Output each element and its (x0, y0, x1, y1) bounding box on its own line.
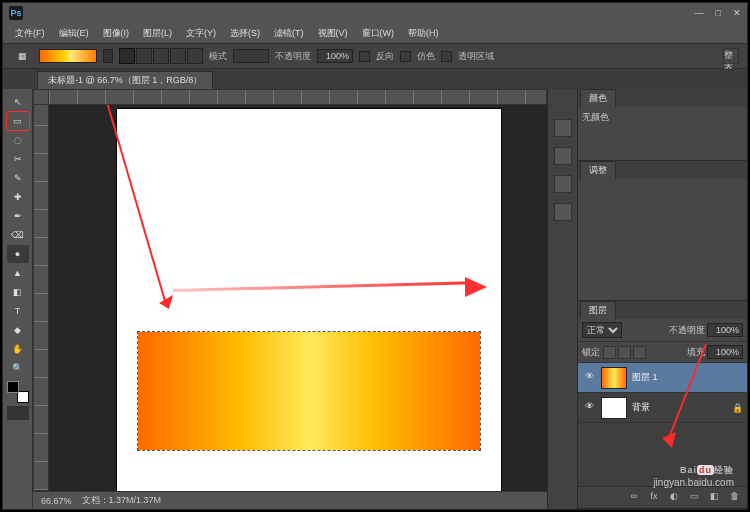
dock-history-icon[interactable] (554, 119, 572, 137)
mode-select[interactable] (233, 49, 269, 63)
quickmask-toggle-icon[interactable] (7, 406, 29, 420)
gradient-tool-icon[interactable]: ● (7, 245, 29, 263)
horizontal-ruler[interactable] (49, 89, 547, 105)
zoom-tool-icon[interactable]: 🔍 (7, 359, 29, 377)
swatches-panel-tab[interactable]: 颜色 (580, 89, 616, 107)
watermark-brand2: du (697, 465, 714, 475)
options-bar: ▦ 模式 不透明度 100% 反向 仿色 透明区域 整齐排列 (3, 43, 747, 69)
mode-label: 模式 (209, 50, 227, 63)
menu-window[interactable]: 窗口(W) (356, 25, 401, 42)
eraser-tool-icon[interactable]: ⌫ (7, 226, 29, 244)
dither-checkbox[interactable] (400, 51, 411, 62)
swatches-panel-body: 无颜色 (578, 107, 747, 160)
move-tool-icon[interactable]: ↖ (7, 93, 29, 111)
reverse-label: 反向 (376, 50, 394, 63)
fg-bg-swatch[interactable] (7, 381, 29, 403)
lock-pixels-icon[interactable] (603, 346, 616, 359)
annotation-drag-arrow-shaft (173, 281, 473, 292)
window-close-icon[interactable]: ✕ (733, 8, 741, 18)
menu-view[interactable]: 视图(V) (312, 25, 354, 42)
menu-file[interactable]: 文件(F) (9, 25, 51, 42)
gradient-radial-icon[interactable] (136, 48, 152, 64)
gradient-fill-region (138, 332, 480, 450)
lock-label: 锁定 (582, 346, 600, 359)
menu-help[interactable]: 帮助(H) (402, 25, 445, 42)
ruler-origin[interactable] (33, 89, 49, 105)
healing-tool-icon[interactable]: ✚ (7, 188, 29, 206)
layer-fx-icon[interactable]: fx (647, 491, 661, 505)
layer-thumbnail[interactable] (601, 367, 627, 389)
swatch-none-label[interactable]: 无颜色 (582, 112, 609, 122)
menu-image[interactable]: 图像(I) (97, 25, 136, 42)
gradient-preset-dropdown-icon[interactable] (103, 49, 113, 63)
type-tool-icon[interactable]: T (7, 302, 29, 320)
gradient-reflected-icon[interactable] (170, 48, 186, 64)
vertical-ruler[interactable] (33, 105, 49, 491)
watermark-brand3: 经验 (714, 465, 734, 475)
layer-opacity-label: 不透明度 (669, 324, 705, 337)
menu-filter[interactable]: 滤镜(T) (268, 25, 310, 42)
new-layer-icon[interactable]: ◧ (707, 491, 721, 505)
gradient-diamond-icon[interactable] (187, 48, 203, 64)
arrange-button[interactable]: 整齐排列 (723, 48, 739, 64)
svg-line-0 (102, 105, 165, 301)
dock-actions-icon[interactable] (554, 147, 572, 165)
lasso-tool-icon[interactable]: ◌ (7, 131, 29, 149)
path-tool-icon[interactable]: ◆ (7, 321, 29, 339)
transparency-checkbox[interactable] (441, 51, 452, 62)
hand-tool-icon[interactable]: ✋ (7, 340, 29, 358)
window-minimize-icon[interactable]: — (695, 8, 704, 18)
layer-thumbnail[interactable] (601, 397, 627, 419)
shape-tool-icon[interactable]: ◧ (7, 283, 29, 301)
zoom-level[interactable]: 66.67% (41, 496, 72, 506)
adjustments-panel-tab[interactable]: 调整 (580, 161, 616, 179)
menu-select[interactable]: 选择(S) (224, 25, 266, 42)
reverse-checkbox[interactable] (359, 51, 370, 62)
new-group-icon[interactable]: ▭ (687, 491, 701, 505)
dock-properties-icon[interactable] (554, 175, 572, 193)
menu-bar: 文件(F) 编辑(E) 图像(I) 图层(L) 文字(Y) 选择(S) 滤镜(T… (3, 23, 747, 43)
visibility-toggle-icon[interactable]: 👁 (582, 371, 596, 385)
document-canvas[interactable] (117, 109, 501, 491)
eyedropper-tool-icon[interactable]: ✎ (7, 169, 29, 187)
marquee-tool-icon[interactable]: ▭ (7, 112, 29, 130)
collapsed-dock (547, 89, 577, 509)
visibility-toggle-icon[interactable]: 👁 (582, 401, 596, 415)
layer-name[interactable]: 图层 1 (632, 371, 658, 384)
layer-name[interactable]: 背景 (632, 401, 650, 414)
gradient-angle-icon[interactable] (153, 48, 169, 64)
watermark-sub: jingyan.baidu.com (653, 477, 734, 488)
delete-layer-icon[interactable]: 🗑 (727, 491, 741, 505)
menu-layer[interactable]: 图层(L) (137, 25, 178, 42)
fill-field[interactable]: 100% (707, 345, 743, 359)
menu-edit[interactable]: 编辑(E) (53, 25, 95, 42)
layer-opacity-field[interactable]: 100% (707, 323, 743, 337)
foreground-color-swatch[interactable] (7, 381, 19, 393)
lock-all-icon[interactable] (633, 346, 646, 359)
status-bar: 66.67% 文档：1.37M/1.37M (33, 491, 547, 509)
lock-icon: 🔒 (732, 403, 743, 413)
menu-type[interactable]: 文字(Y) (180, 25, 222, 42)
layers-panel-tab[interactable]: 图层 (580, 301, 616, 319)
layer-row[interactable]: 👁 背景 🔒 (578, 393, 747, 423)
document-info[interactable]: 文档：1.37M/1.37M (82, 494, 162, 507)
brush-tool-icon[interactable]: ✒ (7, 207, 29, 225)
lock-position-icon[interactable] (618, 346, 631, 359)
gradient-preset-swatch[interactable] (39, 49, 97, 63)
blend-mode-select[interactable]: 正常 (582, 322, 622, 338)
watermark-brand1: Bai (680, 465, 697, 475)
fill-label: 填充 (687, 346, 705, 359)
crop-tool-icon[interactable]: ✂ (7, 150, 29, 168)
opacity-field[interactable]: 100% (317, 49, 353, 63)
layer-mask-icon[interactable]: ◐ (667, 491, 681, 505)
layer-row[interactable]: 👁 图层 1 (578, 363, 747, 393)
pen-tool-icon[interactable]: ▲ (7, 264, 29, 282)
document-tab[interactable]: 未标题-1 @ 66.7%（图层 1，RGB/8） (37, 71, 213, 89)
link-layers-icon[interactable]: ∞ (627, 491, 641, 505)
window-maximize-icon[interactable]: □ (716, 8, 721, 18)
gradient-linear-icon[interactable] (119, 48, 135, 64)
dock-character-icon[interactable] (554, 203, 572, 221)
canvas-viewport[interactable] (49, 105, 547, 491)
app-logo: Ps (9, 6, 23, 20)
current-tool-icon: ▦ (11, 47, 33, 65)
